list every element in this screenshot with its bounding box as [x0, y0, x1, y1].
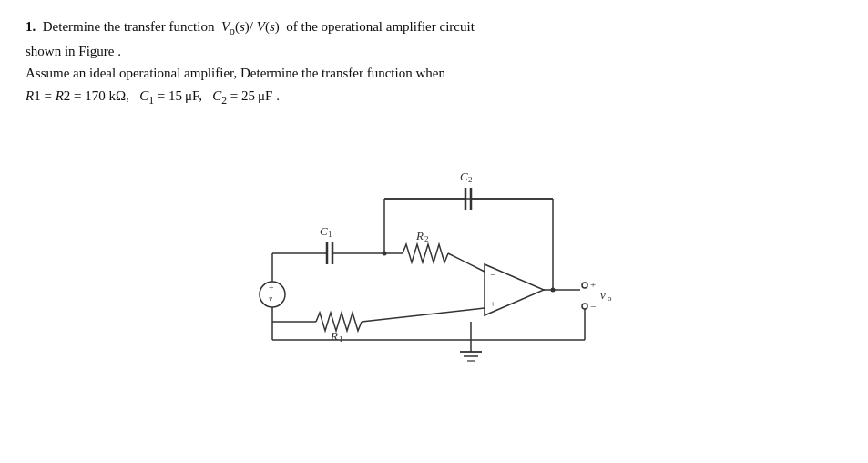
c1-label: C	[320, 224, 328, 238]
r2-subscript: 2	[424, 234, 429, 243]
source-label: v	[269, 293, 272, 303]
problem-number: 1.	[26, 19, 36, 34]
source-plus: +	[269, 283, 274, 293]
output-terminal-minus	[582, 304, 587, 309]
line-1: 1. Determine the transfer function Vo(s)…	[26, 16, 842, 40]
page: 1. Determine the transfer function Vo(s)…	[0, 0, 868, 372]
wire-r2-to-opamp-minus	[448, 253, 485, 272]
output-plus-sign: +	[590, 279, 596, 290]
c2-label: C	[460, 170, 468, 183]
line-2: shown in Figure .	[26, 41, 842, 62]
circuit-svg: + v C 1 C	[225, 126, 644, 363]
output-terminal-plus	[582, 283, 587, 288]
opamp-minus-sign: −	[490, 269, 495, 280]
line-4: R1 = R2 = 170 kΩ, C1 = 15 μF, C2 = 25 μF…	[26, 86, 842, 109]
r1-subscript: 1	[339, 334, 343, 344]
r2-label: R	[415, 229, 424, 242]
c1-subscript: 1	[328, 230, 332, 239]
node-output	[550, 287, 555, 292]
opamp-plus-sign: +	[490, 298, 495, 309]
wire-r1-to-opamp-plus	[362, 308, 485, 322]
circuit-diagram-container: + v C 1 C	[26, 126, 842, 363]
line-3: Assume an ideal operational amplifier, D…	[26, 63, 842, 84]
output-minus-sign: −	[590, 301, 596, 312]
output-voltage-label: v	[600, 288, 606, 302]
r1-resistor	[316, 313, 362, 331]
c2-subscript: 2	[468, 175, 473, 184]
problem-text: 1. Determine the transfer function Vo(s)…	[26, 16, 842, 109]
output-voltage-subscript: o	[608, 293, 612, 303]
r2-resistor	[403, 244, 448, 262]
